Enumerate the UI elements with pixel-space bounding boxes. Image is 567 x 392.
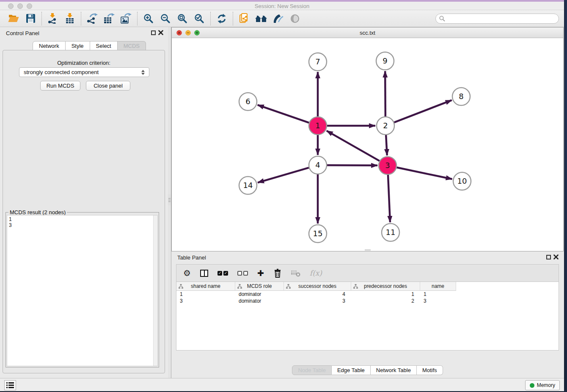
delete-table-icon[interactable] [291, 269, 300, 277]
zoom-out-button[interactable] [157, 11, 174, 26]
delete-column-icon[interactable] [273, 268, 282, 278]
deselect-all-columns-icon[interactable] [237, 271, 248, 276]
cell-shared-name: 1 [176, 291, 235, 298]
open-session-button[interactable] [5, 11, 22, 26]
apply-layout-button[interactable] [213, 11, 230, 26]
column-label: successor nodes [298, 283, 336, 289]
result-scrollbar[interactable] [153, 215, 157, 366]
export-table-icon [104, 13, 115, 24]
home-icon [255, 14, 267, 23]
hierarchy-icon [179, 284, 183, 289]
select-all-columns-icon[interactable]: ✓ ✓ [217, 271, 228, 276]
toolbar-separator [210, 12, 211, 25]
column-header-mcds-role[interactable]: MCDS role [235, 282, 284, 291]
memory-button[interactable]: Memory [525, 380, 560, 390]
copy-view-icon [239, 13, 249, 24]
style-brush-icon [272, 14, 284, 24]
graph-edge-4-3[interactable] [327, 165, 377, 166]
show-columns-icon[interactable] [200, 270, 208, 277]
import-network-icon [48, 13, 58, 24]
close-table-panel-icon[interactable] [553, 254, 559, 259]
style-brush-button[interactable] [270, 11, 286, 26]
application-window: Session: New Session [0, 0, 564, 391]
graph-edge-3-10[interactable] [397, 168, 452, 179]
automation-panel-button[interactable] [4, 380, 16, 390]
zoom-fit-button[interactable] [174, 11, 191, 26]
network-graph[interactable]: 7968124314101511 [172, 38, 563, 251]
canvas-grip[interactable] [365, 249, 371, 251]
column-label: name [432, 283, 444, 289]
graph-node-label: 7 [315, 57, 320, 66]
graph-edge-3-11[interactable] [388, 175, 390, 222]
table-header-row: shared name MCDS role successor nodes pr… [176, 282, 559, 291]
network-window-titlebar: scc.txt [172, 28, 563, 38]
copy-network-view-button[interactable] [236, 11, 253, 26]
add-column-icon[interactable]: ✚ [257, 269, 264, 277]
toolbar-separator [233, 12, 233, 25]
close-panel-button[interactable]: Close panel [86, 81, 130, 91]
mcds-result-title: MCDS result (2 nodes) [8, 209, 67, 215]
graph-node-label: 10 [457, 177, 467, 185]
tab-motifs[interactable]: Motifs [417, 365, 443, 375]
graph-edge-2-9[interactable] [385, 71, 385, 116]
node-table: shared name MCDS role successor nodes pr… [176, 282, 559, 351]
import-table-button[interactable] [61, 11, 78, 26]
tab-select[interactable]: Select [90, 41, 118, 50]
tab-mcds[interactable]: MCDS [118, 41, 146, 50]
run-mcds-button[interactable]: Run MCDS [40, 81, 80, 91]
zoom-in-icon [143, 14, 154, 24]
status-bar: Memory [0, 378, 564, 391]
import-network-button[interactable] [44, 11, 61, 26]
splitter-grip[interactable] [168, 194, 171, 205]
table-toolbar: ⚙ ✓ ✓ ✚ [176, 264, 559, 282]
save-icon [26, 14, 35, 23]
column-header-predecessor-nodes[interactable]: predecessor nodes [351, 282, 420, 291]
zoom-out-icon [160, 14, 171, 24]
float-panel-icon[interactable] [151, 30, 156, 35]
tab-style[interactable]: Style [66, 41, 90, 50]
cell-name: 1 [420, 291, 456, 298]
export-network-button[interactable] [84, 11, 101, 26]
graph-node-label: 6 [245, 97, 250, 106]
graph-edge-2-8[interactable] [394, 100, 452, 122]
graph-edge-1-6[interactable] [258, 105, 309, 123]
show-graphics-button[interactable] [286, 11, 303, 26]
checked-box-icon: ✓ [223, 271, 228, 276]
cell-successor-nodes: 4 [284, 291, 351, 298]
main-toolbar [0, 10, 564, 27]
function-builder-icon[interactable]: f(x) [310, 269, 322, 277]
optimization-criterion-select[interactable]: strongly connected component [19, 67, 149, 77]
cell-predecessor-nodes: 1 [351, 291, 420, 298]
session-title: Session: New Session [0, 3, 564, 9]
zoom-in-button[interactable] [140, 11, 157, 26]
tab-edge-table[interactable]: Edge Table [332, 365, 371, 375]
save-session-button[interactable] [22, 11, 39, 26]
mcds-result-group: MCDS result (2 nodes) 1 3 [6, 212, 159, 367]
graph-node-label: 2 [383, 121, 388, 130]
open-folder-icon [8, 14, 19, 23]
column-header-name[interactable]: name [420, 282, 456, 291]
mcds-result-text[interactable]: 1 3 [7, 215, 158, 366]
table-row[interactable]: 3 dominator 3 2 3 [176, 298, 559, 304]
import-table-icon [65, 13, 75, 24]
table-row[interactable]: 1 dominator 4 1 1 [176, 291, 559, 298]
tab-network[interactable]: Network [33, 41, 66, 50]
zoom-fit-icon [177, 14, 187, 24]
search-field[interactable] [435, 14, 559, 24]
zoom-selected-button[interactable] [191, 11, 208, 26]
export-image-button[interactable] [118, 11, 135, 26]
export-table-button[interactable] [101, 11, 118, 26]
close-panel-icon[interactable] [158, 30, 163, 35]
float-table-panel-icon[interactable] [546, 255, 551, 259]
graph-edge-4-14[interactable] [258, 168, 309, 182]
tab-node-table[interactable]: Node Table [292, 365, 332, 375]
tab-network-table[interactable]: Network Table [371, 365, 417, 375]
graph-edge-3-1[interactable] [327, 131, 380, 161]
table-settings-icon[interactable]: ⚙ [183, 268, 191, 278]
home-button[interactable] [253, 11, 270, 26]
column-header-successor-nodes[interactable]: successor nodes [284, 282, 351, 291]
search-input[interactable] [445, 16, 555, 22]
graph-edge-2-3[interactable] [386, 135, 387, 155]
column-header-shared-name[interactable]: shared name [176, 282, 235, 291]
task-list-icon [6, 382, 14, 389]
